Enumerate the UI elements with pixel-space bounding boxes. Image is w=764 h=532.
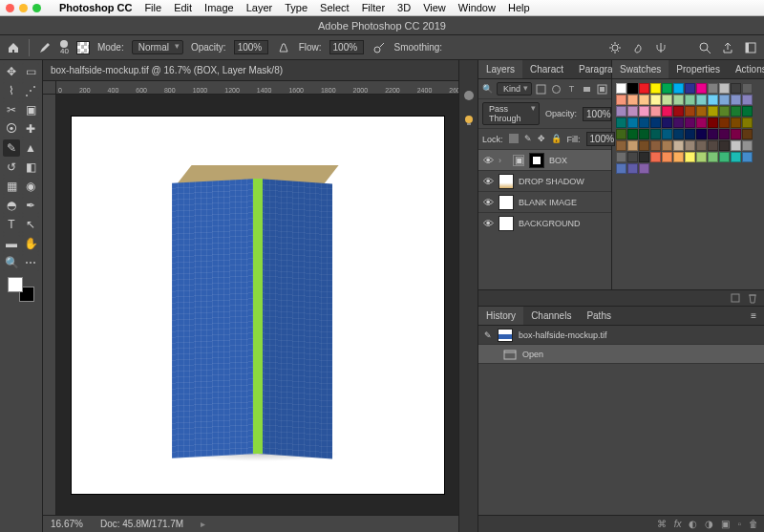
lock-pixels-icon[interactable]: ✎ [524, 134, 532, 144]
doc-info[interactable]: Doc: 45.8M/171.7M [100, 519, 183, 529]
swatch[interactable] [650, 83, 661, 94]
swatch[interactable] [719, 152, 730, 162]
frame-tool[interactable]: ▣ [22, 101, 39, 118]
layer-name[interactable]: BOX [549, 156, 567, 165]
menu-layer[interactable]: Layer [246, 2, 273, 13]
swatch[interactable] [719, 117, 730, 128]
swatch[interactable] [662, 152, 672, 162]
swatch[interactable] [742, 129, 753, 139]
swatch[interactable] [719, 106, 730, 117]
adjustment-icon[interactable]: ◑ [705, 519, 713, 529]
tab-swatches[interactable]: Swatches [612, 60, 668, 78]
swatch[interactable] [662, 95, 672, 105]
gradient-tool[interactable]: ▦ [3, 178, 20, 195]
swatch[interactable] [616, 83, 626, 94]
swatch[interactable] [708, 117, 718, 128]
foreground-color[interactable] [8, 277, 23, 292]
lasso-tool[interactable]: ⌇ [3, 82, 20, 99]
brush-tool[interactable]: ✎ [3, 139, 20, 157]
crop-tool[interactable]: ✂ [3, 101, 20, 118]
search-icon[interactable] [697, 40, 712, 55]
move-tool[interactable]: ✥ [3, 63, 20, 80]
layer-background[interactable]: 👁 BACKGROUND [478, 212, 611, 233]
layer-thumb[interactable] [499, 195, 514, 210]
swatch[interactable] [639, 163, 649, 174]
link-layers-icon[interactable]: ⌘ [657, 519, 667, 529]
color-panel-icon[interactable] [462, 89, 476, 102]
swatch[interactable] [662, 106, 672, 117]
ruler-horizontal[interactable]: 0200400600800100012001400160018002000220… [56, 81, 458, 95]
swatch[interactable] [719, 83, 730, 94]
swatch[interactable] [650, 140, 661, 151]
brush-settings-icon[interactable] [630, 40, 646, 55]
layer-name[interactable]: BLANK IMAGE [519, 198, 577, 207]
ruler-origin[interactable] [43, 81, 56, 95]
layer-filter-dropdown[interactable]: Kind [497, 82, 532, 96]
tab-channels[interactable]: Channels [523, 307, 579, 325]
layer-blend-dropdown[interactable]: Pass Through [482, 102, 540, 125]
layer-dropshadow[interactable]: 👁 DROP SHADOW [478, 170, 611, 191]
swatch[interactable] [742, 140, 753, 151]
swatch[interactable] [627, 117, 638, 128]
swatch[interactable] [639, 129, 649, 139]
shape-tool[interactable]: ▬ [3, 235, 20, 252]
swatch[interactable] [696, 106, 707, 117]
filter-image-icon[interactable] [536, 84, 546, 95]
eraser-tool[interactable]: ◧ [22, 159, 39, 176]
menu-help[interactable]: Help [508, 2, 530, 13]
swatch[interactable] [708, 83, 718, 94]
menu-view[interactable]: View [423, 2, 446, 13]
document-tab[interactable]: box-halfside-mockup.tif @ 16.7% (BOX, La… [43, 60, 458, 81]
swatch[interactable] [627, 163, 638, 174]
swatch[interactable] [685, 106, 695, 117]
workspace-icon[interactable] [743, 40, 758, 55]
swatch[interactable] [696, 129, 707, 139]
swatch[interactable] [650, 117, 661, 128]
expand-group-icon[interactable]: › [499, 156, 508, 165]
zoom-window-button[interactable] [32, 4, 41, 12]
canvas[interactable] [56, 95, 458, 515]
visibility-toggle[interactable]: 👁 [482, 197, 494, 208]
tab-layers[interactable]: Layers [478, 60, 522, 78]
swatch[interactable] [673, 152, 684, 162]
zoom-tool[interactable]: 🔍 [3, 254, 20, 271]
swatch[interactable] [696, 95, 707, 105]
swatch[interactable] [708, 129, 718, 139]
flow-input[interactable]: 100% [329, 40, 364, 54]
swatch[interactable] [696, 83, 707, 94]
visibility-toggle[interactable]: 👁 [482, 155, 494, 166]
swatch[interactable] [627, 129, 638, 139]
blend-mode-dropdown[interactable]: Normal [132, 40, 183, 54]
swatch[interactable] [616, 95, 626, 105]
swatch[interactable] [696, 152, 707, 162]
path-select-tool[interactable]: ↖ [22, 216, 39, 233]
menu-window[interactable]: Window [458, 2, 496, 13]
menu-select[interactable]: Select [320, 2, 350, 13]
blur-tool[interactable]: ◉ [22, 178, 39, 195]
fx-icon[interactable]: fx [674, 519, 682, 529]
swatch[interactable] [662, 129, 672, 139]
history-step[interactable]: Open [478, 345, 764, 364]
tab-properties[interactable]: Properties [668, 60, 728, 78]
visibility-toggle[interactable]: 👁 [482, 176, 494, 187]
swatch[interactable] [673, 140, 684, 151]
filter-adjustment-icon[interactable] [551, 84, 562, 95]
healing-tool[interactable]: ✚ [22, 120, 39, 138]
swatch[interactable] [650, 129, 661, 139]
share-icon[interactable] [720, 40, 735, 55]
swatch[interactable] [731, 106, 741, 117]
swatch[interactable] [708, 140, 718, 151]
swatch[interactable] [685, 83, 695, 94]
filter-smart-icon[interactable] [597, 84, 607, 95]
swatch[interactable] [662, 117, 672, 128]
history-brush-tool[interactable]: ↺ [3, 159, 20, 176]
tab-actions[interactable]: Actions [728, 60, 764, 78]
lock-transparency-icon[interactable] [509, 134, 519, 144]
layer-opacity-input[interactable]: 100% [583, 107, 611, 121]
gear-icon[interactable] [607, 40, 623, 55]
swatch[interactable] [731, 129, 741, 139]
swatch[interactable] [616, 129, 626, 139]
lock-position-icon[interactable]: ✥ [538, 134, 545, 144]
swatch[interactable] [616, 106, 626, 117]
swatch[interactable] [685, 129, 695, 139]
